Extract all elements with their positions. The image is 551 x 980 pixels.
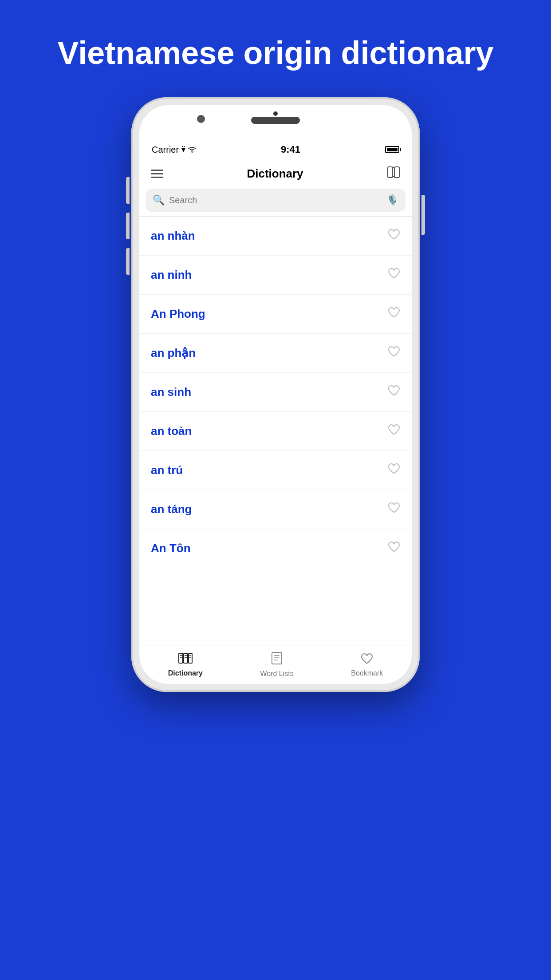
word-item[interactable]: an toàn [139, 412, 412, 451]
word-text: An Tôn [151, 541, 191, 555]
heart-icon[interactable] [388, 346, 400, 360]
word-text: an ninh [151, 268, 192, 282]
svg-rect-1 [388, 167, 393, 178]
heart-icon[interactable] [388, 463, 400, 478]
tab-word-lists[interactable]: Word Lists [260, 652, 293, 678]
word-item[interactable]: an ninh [139, 256, 412, 295]
word-text: an sinh [151, 385, 191, 399]
tab-icon-2 [361, 652, 373, 668]
wifi-icon [188, 146, 196, 153]
status-time: 9:41 [281, 144, 300, 155]
word-text: an trú [151, 463, 183, 477]
front-dot [273, 111, 278, 116]
svg-rect-7 [189, 653, 192, 663]
tab-icon-0 [178, 652, 193, 668]
word-list: an nhàn an ninh An Phong an phận an sinh… [139, 217, 412, 645]
wifi-icon: ▾̈ [181, 145, 185, 154]
word-item[interactable]: An Tôn [139, 529, 412, 568]
book-icon[interactable] [387, 166, 400, 182]
search-bar[interactable]: 🔍 🎙️ [146, 189, 405, 212]
tab-bar: Dictionary Word Lists Bookmark [139, 645, 412, 684]
speaker [251, 117, 300, 124]
carrier: Carrier ▾̈ [152, 145, 196, 155]
nav-bar: Dictionary [139, 158, 412, 189]
word-text: an phận [151, 346, 196, 360]
svg-rect-14 [272, 652, 282, 664]
heart-icon[interactable] [388, 229, 400, 243]
word-text: an táng [151, 502, 192, 516]
search-input[interactable] [169, 195, 382, 205]
status-bar: Carrier ▾̈ 9:41 [139, 141, 412, 158]
heart-icon[interactable] [388, 502, 400, 517]
word-text: An Phong [151, 307, 205, 321]
heart-icon[interactable] [388, 268, 400, 282]
search-icon: 🔍 [153, 194, 165, 206]
svg-point-0 [192, 152, 193, 153]
word-item[interactable]: an nhàn [139, 217, 412, 256]
nav-title: Dictionary [247, 167, 303, 181]
tab-icon-1 [271, 652, 283, 668]
word-item[interactable]: an phận [139, 334, 412, 373]
svg-rect-5 [179, 653, 183, 663]
status-battery [385, 146, 399, 153]
heart-icon[interactable] [388, 385, 400, 399]
tab-bookmark[interactable]: Bookmark [351, 652, 383, 677]
tab-dictionary[interactable]: Dictionary [168, 652, 203, 677]
heart-icon[interactable] [388, 541, 400, 556]
mic-icon[interactable]: 🎙️ [386, 194, 398, 206]
word-item[interactable]: an táng [139, 490, 412, 529]
camera [197, 115, 205, 123]
phone-shell: Carrier ▾̈ 9:41 [131, 97, 420, 692]
word-text: an toàn [151, 424, 192, 438]
tab-label-2: Bookmark [351, 669, 383, 677]
word-item[interactable]: An Phong [139, 295, 412, 334]
word-text: an nhàn [151, 229, 195, 243]
word-item[interactable]: an trú [139, 451, 412, 490]
menu-button[interactable] [151, 170, 163, 178]
heart-icon[interactable] [388, 424, 400, 439]
phone-top-bar [139, 105, 412, 141]
battery-icon [385, 146, 399, 153]
heart-icon[interactable] [388, 307, 400, 321]
app-title: Vietnamese origin dictionary [31, 36, 520, 71]
tab-label-1: Word Lists [260, 670, 293, 678]
word-item[interactable]: an sinh [139, 373, 412, 412]
tab-label-0: Dictionary [168, 669, 203, 677]
svg-rect-2 [394, 167, 399, 178]
svg-rect-6 [184, 653, 188, 663]
